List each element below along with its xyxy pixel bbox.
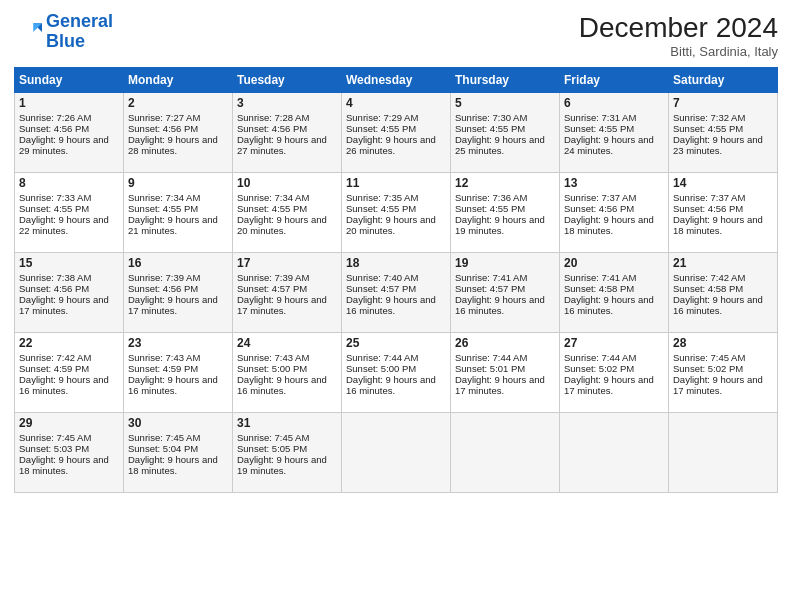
cell-3-3: 17Sunrise: 7:39 AMSunset: 4:57 PMDayligh… [233,253,342,333]
cell-2-2: 9Sunrise: 7:34 AMSunset: 4:55 PMDaylight… [124,173,233,253]
cell-2-1: 8Sunrise: 7:33 AMSunset: 4:55 PMDaylight… [15,173,124,253]
cell-5-5 [451,413,560,493]
sunset-label: Sunset: 5:03 PM [19,443,89,454]
cell-3-5: 19Sunrise: 7:41 AMSunset: 4:57 PMDayligh… [451,253,560,333]
cell-5-1: 29Sunrise: 7:45 AMSunset: 5:03 PMDayligh… [15,413,124,493]
sunrise-label: Sunrise: 7:40 AM [346,272,418,283]
sunrise-label: Sunrise: 7:43 AM [128,352,200,363]
day-number: 7 [673,96,773,110]
col-header-monday: Monday [124,68,233,93]
cell-1-6: 6Sunrise: 7:31 AMSunset: 4:55 PMDaylight… [560,93,669,173]
day-number: 20 [564,256,664,270]
cell-1-7: 7Sunrise: 7:32 AMSunset: 4:55 PMDaylight… [669,93,778,173]
daylight-label: Daylight: 9 hours and 26 minutes. [346,134,436,156]
sunrise-label: Sunrise: 7:31 AM [564,112,636,123]
sunset-label: Sunset: 4:55 PM [237,203,307,214]
title-block: December 2024 Bitti, Sardinia, Italy [579,12,778,59]
sunset-label: Sunset: 5:02 PM [673,363,743,374]
cell-5-4 [342,413,451,493]
day-number: 4 [346,96,446,110]
day-number: 24 [237,336,337,350]
day-number: 16 [128,256,228,270]
sunrise-label: Sunrise: 7:30 AM [455,112,527,123]
sunrise-label: Sunrise: 7:43 AM [237,352,309,363]
daylight-label: Daylight: 9 hours and 17 minutes. [673,374,763,396]
sunrise-label: Sunrise: 7:45 AM [128,432,200,443]
cell-5-2: 30Sunrise: 7:45 AMSunset: 5:04 PMDayligh… [124,413,233,493]
day-number: 12 [455,176,555,190]
cell-5-3: 31Sunrise: 7:45 AMSunset: 5:05 PMDayligh… [233,413,342,493]
day-number: 19 [455,256,555,270]
sunset-label: Sunset: 5:04 PM [128,443,198,454]
cell-1-1: 1Sunrise: 7:26 AMSunset: 4:56 PMDaylight… [15,93,124,173]
daylight-label: Daylight: 9 hours and 17 minutes. [19,294,109,316]
day-number: 15 [19,256,119,270]
sunrise-label: Sunrise: 7:42 AM [19,352,91,363]
sunset-label: Sunset: 4:58 PM [673,283,743,294]
sunset-label: Sunset: 4:55 PM [564,123,634,134]
sunrise-label: Sunrise: 7:27 AM [128,112,200,123]
logo-line1: General [46,11,113,31]
sunset-label: Sunset: 4:56 PM [128,283,198,294]
sunrise-label: Sunrise: 7:45 AM [673,352,745,363]
day-number: 1 [19,96,119,110]
sunset-label: Sunset: 4:56 PM [128,123,198,134]
day-number: 26 [455,336,555,350]
daylight-label: Daylight: 9 hours and 17 minutes. [455,374,545,396]
day-number: 18 [346,256,446,270]
logo: General Blue [14,12,113,52]
header: General Blue December 2024 Bitti, Sardin… [14,12,778,59]
cell-2-7: 14Sunrise: 7:37 AMSunset: 4:56 PMDayligh… [669,173,778,253]
day-number: 23 [128,336,228,350]
cell-3-2: 16Sunrise: 7:39 AMSunset: 4:56 PMDayligh… [124,253,233,333]
daylight-label: Daylight: 9 hours and 17 minutes. [128,294,218,316]
day-number: 30 [128,416,228,430]
sunrise-label: Sunrise: 7:39 AM [237,272,309,283]
sunrise-label: Sunrise: 7:37 AM [564,192,636,203]
daylight-label: Daylight: 9 hours and 18 minutes. [128,454,218,476]
sunset-label: Sunset: 5:05 PM [237,443,307,454]
daylight-label: Daylight: 9 hours and 18 minutes. [673,214,763,236]
sunrise-label: Sunrise: 7:45 AM [19,432,91,443]
cell-2-5: 12Sunrise: 7:36 AMSunset: 4:55 PMDayligh… [451,173,560,253]
day-number: 8 [19,176,119,190]
logo-text: General Blue [46,12,113,52]
sunset-label: Sunset: 4:57 PM [455,283,525,294]
sunset-label: Sunset: 4:56 PM [19,123,89,134]
day-number: 5 [455,96,555,110]
sunset-label: Sunset: 4:55 PM [455,203,525,214]
sunset-label: Sunset: 4:55 PM [673,123,743,134]
sunset-label: Sunset: 4:57 PM [346,283,416,294]
day-number: 11 [346,176,446,190]
cell-4-3: 24Sunrise: 7:43 AMSunset: 5:00 PMDayligh… [233,333,342,413]
sunset-label: Sunset: 4:56 PM [19,283,89,294]
day-number: 3 [237,96,337,110]
col-header-sunday: Sunday [15,68,124,93]
sunset-label: Sunset: 4:56 PM [564,203,634,214]
day-number: 27 [564,336,664,350]
col-header-saturday: Saturday [669,68,778,93]
sunrise-label: Sunrise: 7:32 AM [673,112,745,123]
day-number: 29 [19,416,119,430]
cell-4-4: 25Sunrise: 7:44 AMSunset: 5:00 PMDayligh… [342,333,451,413]
sunset-label: Sunset: 4:55 PM [19,203,89,214]
sunrise-label: Sunrise: 7:44 AM [455,352,527,363]
calendar-table: SundayMondayTuesdayWednesdayThursdayFrid… [14,67,778,493]
sunrise-label: Sunrise: 7:33 AM [19,192,91,203]
sunset-label: Sunset: 4:59 PM [128,363,198,374]
header-row: SundayMondayTuesdayWednesdayThursdayFrid… [15,68,778,93]
sunset-label: Sunset: 4:56 PM [673,203,743,214]
day-number: 17 [237,256,337,270]
sunset-label: Sunset: 4:58 PM [564,283,634,294]
cell-3-1: 15Sunrise: 7:38 AMSunset: 4:56 PMDayligh… [15,253,124,333]
sunrise-label: Sunrise: 7:28 AM [237,112,309,123]
daylight-label: Daylight: 9 hours and 29 minutes. [19,134,109,156]
day-number: 31 [237,416,337,430]
daylight-label: Daylight: 9 hours and 25 minutes. [455,134,545,156]
sunrise-label: Sunrise: 7:39 AM [128,272,200,283]
cell-1-4: 4Sunrise: 7:29 AMSunset: 4:55 PMDaylight… [342,93,451,173]
sunset-label: Sunset: 5:00 PM [346,363,416,374]
day-number: 6 [564,96,664,110]
sunrise-label: Sunrise: 7:41 AM [455,272,527,283]
cell-4-6: 27Sunrise: 7:44 AMSunset: 5:02 PMDayligh… [560,333,669,413]
